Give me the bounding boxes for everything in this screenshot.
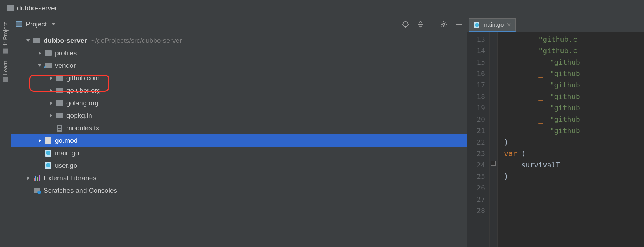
tree-node-scratches[interactable]: Scratches and Consoles <box>11 184 467 197</box>
line-number-gutter[interactable]: 13141516171819202122232425262728 <box>467 32 490 247</box>
expand-arrow-icon[interactable] <box>37 51 42 56</box>
folder-icon <box>56 75 63 81</box>
go-mod-file-icon <box>45 137 51 144</box>
left-tool-gutter: 1: Project Learn <box>0 16 11 247</box>
project-panel-header: Project <box>11 16 467 32</box>
tree-node-uber[interactable]: go.uber.org <box>11 84 467 97</box>
arrow-spacer <box>37 163 42 168</box>
go-file-icon <box>45 162 51 169</box>
folder-icon <box>7 5 14 11</box>
tree-node-project-root[interactable]: dubbo-server ~/goProjects/src/dubbo-serv… <box>11 34 467 47</box>
editor-tab-main-go[interactable]: main.go ✕ <box>469 18 516 32</box>
fold-gutter[interactable] <box>490 32 498 247</box>
locate-icon[interactable] <box>402 21 409 28</box>
tree-node-gopkg[interactable]: gopkg.in <box>11 109 467 122</box>
svg-point-6 <box>443 23 445 25</box>
tool-window-label: 1: Project <box>2 22 9 46</box>
tool-window-learn[interactable]: Learn <box>1 57 10 86</box>
tree-label: github.com <box>66 74 100 82</box>
gear-icon[interactable] <box>440 21 447 28</box>
expand-arrow-icon[interactable] <box>49 76 54 81</box>
tree-label: Scratches and Consoles <box>44 187 117 195</box>
tree-label: gopkg.in <box>66 112 92 120</box>
tree-node-github[interactable]: github.com <box>11 72 467 84</box>
close-icon[interactable]: ✕ <box>507 21 511 28</box>
tab-label: main.go <box>482 21 504 29</box>
learn-icon <box>3 77 8 82</box>
tree-path: ~/goProjects/src/dubbo-server <box>91 37 182 45</box>
expand-arrow-icon[interactable] <box>26 38 31 43</box>
hide-icon[interactable] <box>455 21 462 28</box>
breadcrumb-root[interactable]: dubbo-server <box>17 4 57 12</box>
arrow-spacer <box>26 188 31 193</box>
editor-body[interactable]: 13141516171819202122232425262728 "github… <box>467 32 644 247</box>
tree-node-modules-txt[interactable]: modules.txt <box>11 122 467 134</box>
project-panel-title[interactable]: Project <box>26 20 47 28</box>
collapse-all-icon[interactable] <box>417 21 424 28</box>
tree-label: go.uber.org <box>66 87 101 95</box>
expand-arrow-icon[interactable] <box>49 88 54 93</box>
arrow-spacer <box>37 151 42 156</box>
tree-node-user-go[interactable]: user.go <box>11 159 467 172</box>
tree-node-external-libraries[interactable]: External Libraries <box>11 172 467 184</box>
expand-arrow-icon[interactable] <box>26 176 31 181</box>
tree-label: user.go <box>55 162 77 170</box>
expand-arrow-icon[interactable] <box>49 101 54 106</box>
svg-point-0 <box>403 22 408 27</box>
editor-area: main.go ✕ 131415161718192021222324252627… <box>467 16 644 247</box>
editor-tab-bar: main.go ✕ <box>467 16 644 32</box>
libraries-icon <box>34 175 40 181</box>
go-file-icon <box>474 22 479 28</box>
arrow-spacer <box>49 126 54 131</box>
expand-arrow-icon[interactable] <box>37 138 42 143</box>
navigation-bar[interactable]: dubbo-server <box>0 0 644 16</box>
tool-window-label: Learn <box>2 61 9 75</box>
chevron-down-icon[interactable] <box>52 23 55 25</box>
expand-arrow-icon[interactable] <box>49 113 54 118</box>
tree-label: modules.txt <box>66 124 101 132</box>
folder-icon <box>56 113 63 118</box>
folder-icon <box>56 88 63 93</box>
scratches-icon <box>34 188 40 193</box>
go-file-icon <box>45 150 51 157</box>
tree-label: vendor <box>55 62 76 70</box>
tree-node-golang[interactable]: golang.org <box>11 97 467 109</box>
tree-label: External Libraries <box>44 174 96 182</box>
separator <box>432 20 432 28</box>
tree-label: profiles <box>55 49 77 57</box>
tree-label: main.go <box>55 149 79 157</box>
text-file-icon <box>57 125 62 132</box>
tree-label: golang.org <box>66 99 99 107</box>
tool-window-project[interactable]: 1: Project <box>1 19 10 57</box>
folder-icon <box>56 100 63 106</box>
tree-node-vendor[interactable]: vendor <box>11 59 467 72</box>
folder-icon <box>3 49 8 54</box>
vendor-folder-icon <box>45 63 52 68</box>
tree-node-main-go[interactable]: main.go <box>11 147 467 159</box>
project-tree[interactable]: dubbo-server ~/goProjects/src/dubbo-serv… <box>11 32 467 247</box>
tree-label: dubbo-server <box>44 37 87 45</box>
fold-close-icon <box>491 161 496 166</box>
folder-icon <box>33 38 40 43</box>
expand-arrow-icon[interactable] <box>37 63 42 68</box>
folder-icon <box>45 50 52 56</box>
project-tool-window: Project <box>11 16 467 247</box>
tree-node-go-mod[interactable]: go.mod <box>11 134 467 147</box>
project-view-icon <box>16 21 22 27</box>
tree-node-profiles[interactable]: profiles <box>11 47 467 59</box>
tree-label: go.mod <box>55 137 77 145</box>
code-content[interactable]: "github.c "github.c _ "github _ "github … <box>498 32 644 247</box>
